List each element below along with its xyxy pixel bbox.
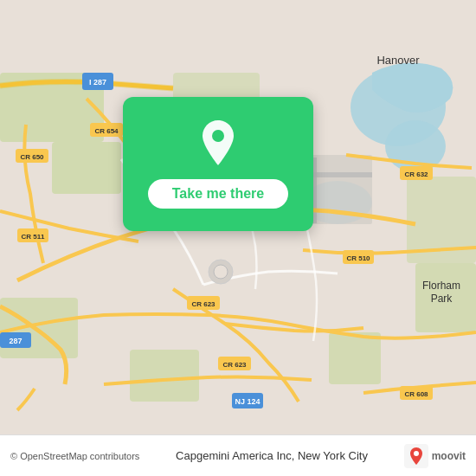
map-container: I 287 CR 650 CR 654 CR 511 CR 632 CR 510… [0,0,476,476]
svg-point-42 [212,130,224,142]
svg-text:CR 632: CR 632 [404,170,428,178]
bottom-bar: © OpenStreetMap contributors Capgemini A… [0,434,476,476]
svg-text:Hanover: Hanover [376,54,420,67]
moovit-text: moovit [432,450,466,462]
svg-rect-9 [130,350,199,402]
svg-text:CR 654: CR 654 [94,127,119,135]
take-me-there-button[interactable]: Take me there [148,179,288,209]
location-name: Capgemini America Inc, New York City [139,449,403,462]
svg-rect-7 [329,332,381,384]
svg-text:I 287: I 287 [89,78,106,87]
moovit-icon [404,444,428,468]
svg-rect-5 [52,142,121,194]
svg-text:CR 623: CR 623 [191,300,215,308]
svg-text:Park: Park [431,293,453,305]
moovit-logo: moovit [404,444,466,468]
svg-point-41 [214,265,228,279]
card-overlay: Take me there [123,97,313,231]
copyright-text: © OpenStreetMap contributors [10,451,139,461]
map-background: I 287 CR 650 CR 654 CR 511 CR 632 CR 510… [0,0,476,476]
svg-point-44 [414,451,419,456]
svg-text:Florham: Florham [422,280,460,292]
svg-text:CR 608: CR 608 [404,390,428,398]
svg-text:NJ 124: NJ 124 [235,397,260,406]
svg-text:CR 650: CR 650 [20,153,44,161]
location-pin-icon [197,120,239,169]
svg-text:CR 623: CR 623 [222,361,247,369]
svg-text:CR 511: CR 511 [21,233,45,241]
svg-text:CR 510: CR 510 [346,254,370,262]
svg-text:287: 287 [9,337,22,345]
